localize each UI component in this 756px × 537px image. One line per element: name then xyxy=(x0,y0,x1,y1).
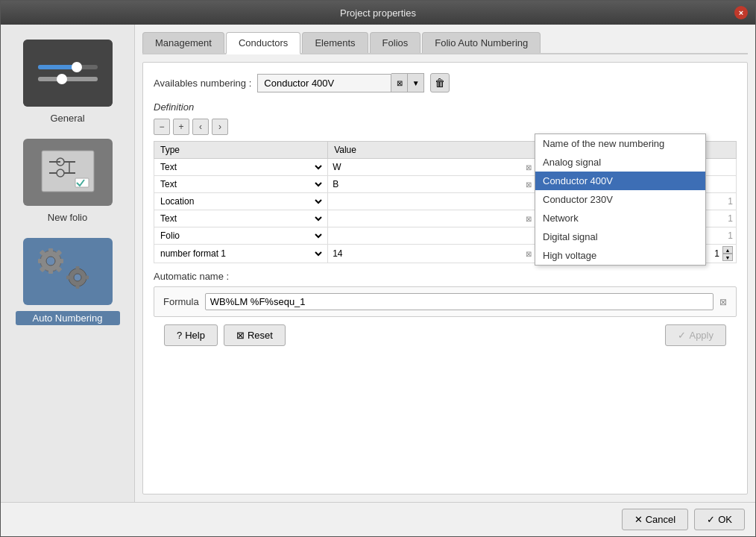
svg-rect-11 xyxy=(48,248,53,253)
sidebar-item-general[interactable]: General xyxy=(16,40,120,124)
svg-rect-23 xyxy=(85,276,89,280)
type-select-6[interactable]: Text Location Folio number format 1 xyxy=(157,248,324,260)
col-type: Type xyxy=(154,142,328,159)
type-select-2[interactable]: Text Location Folio number format 1 xyxy=(157,178,324,190)
value-input-5[interactable] xyxy=(331,229,533,242)
numbering-selected[interactable]: Conductor 400V xyxy=(257,74,391,92)
main-content: Management Conductors Elements Folios Fo… xyxy=(135,25,755,502)
add-row-btn[interactable]: + xyxy=(173,119,189,135)
value-clear-1[interactable]: ⊠ xyxy=(524,163,533,172)
dropdown-option-network[interactable]: Network xyxy=(535,209,705,227)
value-cell-6: ⊠ xyxy=(328,245,537,263)
remove-row-btn[interactable]: − xyxy=(154,119,170,135)
availables-numbering-row: Availables numbering : Conductor 400V ⊠ … xyxy=(154,73,737,92)
folio-svg xyxy=(34,147,101,198)
help-label: Help xyxy=(185,330,205,341)
value-clear-6[interactable]: ⊠ xyxy=(524,250,533,258)
table-controls: − + ‹ › xyxy=(154,119,737,135)
auto-name-label: Automatic name : xyxy=(154,271,737,282)
move-up-btn[interactable]: ‹ xyxy=(192,119,209,135)
cancel-button[interactable]: ✕ Cancel xyxy=(622,509,688,530)
autonumbering-svg xyxy=(34,246,101,297)
numbering-clear-btn[interactable]: ⊠ xyxy=(391,73,408,92)
svg-rect-24 xyxy=(66,276,70,280)
ok-label: OK xyxy=(718,514,732,525)
apply-button[interactable]: ✓ Apply xyxy=(665,324,726,346)
delete-numbering-btn[interactable]: 🗑 xyxy=(430,73,450,92)
value-cell-4: ⊠ xyxy=(328,210,537,227)
value-cell-3 xyxy=(328,193,537,210)
cancel-icon: ✕ xyxy=(634,514,643,525)
formula-label: Formula xyxy=(163,296,199,307)
dropdown-option-analog[interactable]: Analog signal xyxy=(535,153,705,172)
spin-down-6[interactable]: ▼ xyxy=(722,254,733,261)
panel-buttons: ? Help ⊠ Reset ✓ Apply xyxy=(154,317,737,351)
type-cell-5[interactable]: Text Location Folio number format 1 xyxy=(154,227,328,245)
dropdown-option-230v[interactable]: Conductor 230V xyxy=(535,190,705,209)
help-icon: ? xyxy=(177,330,182,341)
value-cell-5 xyxy=(328,227,537,245)
type-select-3[interactable]: Text Location Folio number format 1 xyxy=(157,195,324,207)
col-value: Value xyxy=(328,142,537,159)
sidebar-label-new-folio: New folio xyxy=(48,212,87,223)
tab-conductors[interactable]: Conductors xyxy=(226,32,300,54)
type-cell-2[interactable]: Text Location Folio number format 1 xyxy=(154,176,328,193)
value-cell-2: ⊠ xyxy=(328,176,537,193)
tab-management[interactable]: Management xyxy=(142,32,224,53)
numbering-dropdown-btn[interactable]: ▼ xyxy=(408,73,424,92)
close-button[interactable]: × xyxy=(734,6,748,19)
type-cell-3[interactable]: Text Location Folio number format 1 xyxy=(154,193,328,210)
reset-button[interactable]: ⊠ Reset xyxy=(224,324,286,346)
tab-folio-auto-numbering[interactable]: Folio Auto Numbering xyxy=(422,32,541,53)
svg-rect-21 xyxy=(75,266,79,270)
svg-rect-13 xyxy=(59,259,63,263)
value-input-2[interactable] xyxy=(331,178,523,191)
cancel-label: Cancel xyxy=(646,514,675,525)
type-cell-1[interactable]: Text Location Folio number format 1 xyxy=(154,159,328,176)
availables-label: Availables numbering : xyxy=(154,78,251,89)
sidebar-label-auto-numbering: Auto Numbering xyxy=(16,311,120,325)
dropdown-option-digital[interactable]: Digital signal xyxy=(535,227,705,246)
dropdown-option-new[interactable]: Name of the new numbering xyxy=(535,134,705,153)
svg-point-20 xyxy=(74,274,81,281)
sidebar-label-general: General xyxy=(50,113,84,124)
tab-folios[interactable]: Folios xyxy=(370,32,421,53)
spin-buttons-6: ▲ ▼ xyxy=(722,246,733,261)
value-input-1[interactable] xyxy=(331,160,523,174)
value-input-4[interactable] xyxy=(331,212,523,225)
formula-input[interactable] xyxy=(205,293,714,310)
dropdown-option-high-voltage[interactable]: High voltage xyxy=(535,246,705,265)
reset-icon: ⊠ xyxy=(236,330,245,341)
reset-label: Reset xyxy=(248,330,273,341)
btn-group-right: ✓ Apply xyxy=(665,324,726,346)
definition-label: Definition xyxy=(154,101,737,113)
apply-label: Apply xyxy=(689,330,714,341)
svg-point-10 xyxy=(46,257,55,266)
value-input-6[interactable] xyxy=(331,247,523,260)
move-down-btn[interactable]: › xyxy=(212,119,228,135)
type-select-5[interactable]: Text Location Folio number format 1 xyxy=(157,230,324,242)
formula-clear[interactable]: ⊠ xyxy=(719,297,727,307)
window-title: Project properties xyxy=(22,7,734,19)
value-clear-2[interactable]: ⊠ xyxy=(524,180,533,189)
type-cell-6[interactable]: Text Location Folio number format 1 xyxy=(154,245,328,263)
general-icon xyxy=(23,40,113,107)
dropdown-option-400v[interactable]: Conductor 400V xyxy=(535,172,705,190)
numbering-dropdown-wrapper: Conductor 400V ⊠ ▼ xyxy=(257,73,424,92)
sidebar-item-auto-numbering[interactable]: Auto Numbering xyxy=(16,238,120,325)
title-bar: Project properties × xyxy=(1,1,755,25)
spin-up-6[interactable]: ▲ xyxy=(722,246,733,254)
value-input-3[interactable] xyxy=(331,195,533,208)
value-cell-1: ⊠ xyxy=(328,159,537,176)
value-clear-4[interactable]: ⊠ xyxy=(524,215,533,223)
type-cell-4[interactable]: Text Location Folio number format 1 xyxy=(154,210,328,227)
type-select-1[interactable]: Text Location Folio number format 1 xyxy=(157,161,324,173)
ok-button[interactable]: ✓ OK xyxy=(694,509,745,530)
tab-elements[interactable]: Elements xyxy=(302,32,368,53)
type-select-4[interactable]: Text Location Folio number format 1 xyxy=(157,213,324,224)
ok-icon: ✓ xyxy=(707,514,715,525)
new-folio-icon xyxy=(23,139,113,206)
sidebar-item-new-folio[interactable]: New folio xyxy=(16,139,120,223)
help-button[interactable]: ? Help xyxy=(164,324,218,346)
content-panel: Availables numbering : Conductor 400V ⊠ … xyxy=(142,62,748,494)
